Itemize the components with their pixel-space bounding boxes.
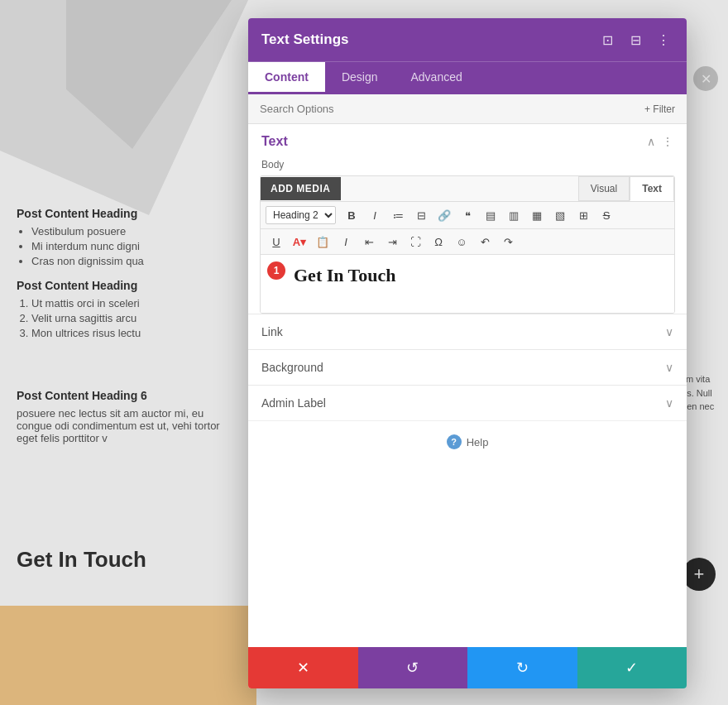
editor-container: ADD MEDIA Visual Text Heading 2 B I ≔ ⊟ … — [260, 175, 675, 314]
cancel-button[interactable]: ✕ — [248, 647, 358, 688]
blockquote-button[interactable]: ❝ — [457, 205, 478, 225]
step-badge: 1 — [267, 261, 285, 280]
table-button[interactable]: ⊞ — [572, 205, 594, 225]
accordion-admin-chevron: ∨ — [665, 396, 673, 410]
help-section: ? Help — [248, 420, 687, 463]
more-icon[interactable]: ⋮ — [654, 30, 673, 50]
editor-content-area[interactable]: 1 Get In Touch — [261, 255, 674, 313]
modal-title: Text Settings — [261, 31, 348, 48]
accordion-background-header[interactable]: Background ∨ — [248, 350, 687, 385]
align-left-button[interactable]: ▤ — [480, 205, 501, 225]
section-title: Text — [261, 134, 288, 149]
heading-select[interactable]: Heading 2 — [266, 206, 336, 224]
section-more-icon[interactable]: ⋮ — [662, 135, 673, 148]
help-label[interactable]: Help — [467, 436, 489, 448]
underline-button[interactable]: U — [266, 232, 287, 252]
accordion-link-label: Link — [261, 325, 283, 338]
confirm-button[interactable]: ✓ — [577, 647, 687, 688]
body-field-label: Body — [248, 156, 687, 175]
accordion-link-header[interactable]: Link ∨ — [248, 314, 687, 349]
tab-advanced[interactable]: Advanced — [394, 62, 478, 94]
accordion-admin-label: Admin Label ∨ — [248, 385, 687, 420]
text-settings-modal: Text Settings ⊡ ⊟ ⋮ Content Design Advan… — [248, 18, 687, 688]
help-icon: ? — [447, 434, 462, 449]
italic-format-button[interactable]: I — [335, 232, 357, 252]
special-char-button[interactable]: Ω — [428, 232, 449, 252]
section-icons: ∧ ⋮ — [647, 135, 673, 148]
redo-footer-button[interactable]: ↻ — [467, 647, 577, 688]
align-center-button[interactable]: ▥ — [503, 205, 524, 225]
accordion-background-chevron: ∨ — [665, 361, 673, 374]
visual-text-tabs: Visual Text — [578, 176, 674, 201]
redo-button[interactable]: ↷ — [497, 232, 519, 252]
indent-right-button[interactable]: ⇥ — [381, 232, 403, 252]
editor-top-bar: ADD MEDIA Visual Text — [261, 176, 674, 202]
section-header: Text ∧ ⋮ — [248, 124, 687, 156]
justify-button[interactable]: ▧ — [549, 205, 571, 225]
accordion-background-label: Background — [261, 361, 323, 374]
paste-text-button[interactable]: 📋 — [312, 232, 333, 252]
modal-search-bar: + Filter — [248, 94, 687, 124]
filter-button[interactable]: + Filter — [644, 103, 675, 115]
accordion-admin-label-label: Admin Label — [261, 396, 326, 410]
editor-heading: Get In Touch — [271, 265, 664, 286]
columns-icon[interactable]: ⊟ — [625, 30, 645, 50]
indent-left-button[interactable]: ⇤ — [358, 232, 380, 252]
emoji-button[interactable]: ☺ — [451, 232, 472, 252]
strikethrough-button[interactable]: S — [596, 205, 617, 225]
text-color-button[interactable]: A▾ — [289, 232, 310, 252]
ordered-list-button[interactable]: ⊟ — [410, 205, 432, 225]
editor-toolbar-row-1: Heading 2 B I ≔ ⊟ 🔗 ❝ ▤ ▥ ▦ ▧ ⊞ S — [261, 202, 674, 229]
bullet-list-button[interactable]: ≔ — [387, 205, 409, 225]
search-input[interactable] — [260, 103, 644, 115]
accordion-link-chevron: ∨ — [665, 325, 673, 338]
modal-body: Text ∧ ⋮ Body ADD MEDIA Visual Text Head… — [248, 124, 687, 647]
tab-content[interactable]: Content — [248, 62, 325, 94]
undo-footer-button[interactable]: ↺ — [358, 647, 468, 688]
align-right-button[interactable]: ▦ — [526, 205, 548, 225]
modal-tabs: Content Design Advanced — [248, 61, 687, 94]
chevron-up-icon[interactable]: ∧ — [647, 135, 655, 148]
visual-tab[interactable]: Visual — [578, 176, 630, 201]
fullscreen-button[interactable]: ⛶ — [405, 232, 426, 252]
accordion-link: Link ∨ — [248, 314, 687, 349]
expand-icon[interactable]: ⊡ — [597, 30, 617, 50]
accordion-background: Background ∨ — [248, 349, 687, 385]
add-media-button[interactable]: ADD MEDIA — [261, 177, 341, 200]
text-tab[interactable]: Text — [630, 176, 674, 201]
undo-button[interactable]: ↶ — [474, 232, 496, 252]
tab-design[interactable]: Design — [325, 62, 395, 94]
editor-toolbar-row-2: U A▾ 📋 I ⇤ ⇥ ⛶ Ω ☺ ↶ ↷ — [261, 229, 674, 255]
link-button[interactable]: 🔗 — [433, 205, 455, 225]
modal-header-icons: ⊡ ⊟ ⋮ — [597, 30, 673, 50]
bold-button[interactable]: B — [341, 205, 362, 225]
modal-header: Text Settings ⊡ ⊟ ⋮ — [248, 18, 687, 61]
italic-button[interactable]: I — [364, 205, 386, 225]
modal-footer: ✕ ↺ ↻ ✓ — [248, 647, 687, 688]
accordion-admin-label-header[interactable]: Admin Label ∨ — [248, 386, 687, 420]
